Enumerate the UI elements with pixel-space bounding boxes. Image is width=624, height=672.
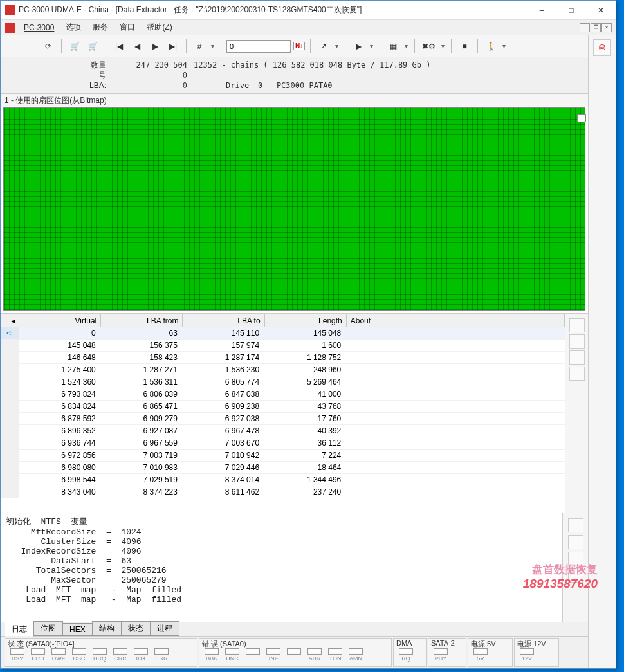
sidebar-disk-icon[interactable]: ⛁ (593, 39, 611, 56)
mdi-restore-button[interactable]: ❐ (591, 23, 601, 32)
col-lba-from[interactable]: LBA from (101, 314, 183, 327)
grid-side-tools (565, 314, 588, 513)
tab-hex[interactable]: HEX (62, 623, 93, 636)
log-tool-delete-icon[interactable] (568, 552, 583, 566)
tool-settings-icon[interactable]: ✖⚙ (420, 39, 437, 54)
menu-app-icon (5, 23, 15, 33)
col-virtual[interactable]: Virtual (19, 314, 101, 327)
tool-person-icon[interactable]: 🚶 (483, 39, 499, 54)
tab-status[interactable]: 状态 (121, 621, 151, 636)
table-row[interactable]: 8 343 0408 374 2238 611 462237 240 (1, 486, 565, 498)
log-tool-cart-icon[interactable] (568, 568, 583, 583)
table-row[interactable]: 6 834 8246 865 4716 909 23843 768 (1, 401, 565, 413)
info-lba-value: 0 (116, 81, 187, 90)
tool-grid-icon[interactable]: # (192, 39, 207, 54)
stop-button[interactable]: ■ (457, 39, 472, 54)
menu-help[interactable]: 帮助(Z) (142, 21, 177, 34)
maximize-button[interactable]: □ (556, 1, 586, 20)
table-row[interactable]: 6 878 5926 909 2796 927 03817 760 (1, 413, 565, 425)
bitmap-title: 1 - 使用的扇区位图(从Bitmap) (1, 94, 588, 107)
tool-export-icon[interactable]: ↗ (316, 39, 331, 54)
grid-tool-1-icon[interactable] (569, 318, 585, 332)
menu-brand[interactable]: PC-3000 (19, 22, 59, 33)
info-chains: 12352 - chains ( 126 582 018 048 Byte / … (187, 60, 430, 69)
close-button[interactable]: ✕ (586, 1, 616, 20)
info-panel: 数量 247 230 504 12352 - chains ( 126 582 … (1, 57, 588, 94)
status-group-12v: 电源 12V 12V (514, 638, 559, 667)
toolbar-input[interactable] (226, 40, 291, 53)
status-led: BSY (8, 648, 27, 666)
tool-refresh-icon[interactable]: ⟳ (41, 39, 56, 54)
grid-tool-2-icon[interactable] (569, 334, 585, 349)
status-led: BBK (202, 648, 221, 666)
status-group-sata2: SATA-2 PHY (428, 638, 466, 667)
log-side-tools (562, 513, 588, 622)
right-sidebar: ⛁ (589, 35, 616, 668)
nav-next-icon[interactable]: ▶ (147, 39, 163, 54)
status-led: 12V (517, 648, 537, 666)
nav-first-icon[interactable]: |◀ (111, 39, 127, 54)
table-row[interactable]: 1 524 3601 536 3116 805 7745 269 464 (1, 376, 565, 388)
col-lba-to[interactable]: LBA to (183, 314, 264, 327)
tab-log[interactable]: 日志 (5, 622, 34, 637)
status-led (284, 648, 304, 666)
status-led: UNC (223, 648, 242, 666)
window-title: PC-3000 UDMA-E - China - [Data Extractor… (19, 5, 527, 15)
menu-bar: PC-3000 选项 服务 窗口 帮助(Z) _ ❐ × (1, 20, 616, 35)
tool-matrix-icon[interactable]: ▦ (385, 39, 401, 54)
menu-service[interactable]: 服务 (87, 21, 113, 34)
info-qty-value: 247 230 504 (116, 60, 187, 69)
col-about[interactable]: About (346, 314, 564, 327)
table-row[interactable]: 6 998 5447 029 5198 374 0141 344 496 (1, 474, 565, 486)
status-led: INF (264, 648, 283, 666)
table-row[interactable]: 6 793 8246 806 0396 847 03841 000 (1, 388, 565, 401)
tab-bitmap[interactable]: 位图 (33, 621, 63, 636)
log-output[interactable]: 初始化 NTFS 变量 MftRecordSize = 1024 Cluster… (1, 513, 562, 622)
tool-cart-out-icon[interactable]: 🛒 (85, 39, 100, 54)
log-tool-share-icon[interactable] (568, 518, 583, 532)
status-group-error: 错 误 (SATA0) BBKUNCINFABRTONAMN (199, 638, 392, 667)
play-button[interactable]: ▶ (351, 39, 366, 54)
tab-struct[interactable]: 结构 (92, 621, 122, 636)
info-lba-label: LBA: (52, 81, 116, 90)
col-length[interactable]: Length (264, 314, 346, 327)
mdi-close-button[interactable]: × (601, 23, 612, 32)
col-marker[interactable]: ◂ (1, 314, 19, 327)
sector-bitmap[interactable] (3, 107, 585, 311)
table-row[interactable]: 1 275 4001 287 2711 536 230248 960 (1, 364, 565, 376)
status-led: 5V (471, 648, 490, 666)
nav-last-icon[interactable]: ▶| (165, 39, 181, 54)
status-error-title: 错 误 (SATA0) (202, 639, 389, 648)
menu-options[interactable]: 选项 (60, 21, 86, 34)
table-row[interactable]: 6 936 7446 967 5597 003 67036 112 (1, 437, 565, 450)
chains-table-container[interactable]: ◂ Virtual LBA from LBA to Length About ➪… (1, 314, 565, 513)
status-led: DRD (28, 648, 48, 666)
table-row[interactable]: ➪063145 110145 048 (1, 327, 565, 340)
chains-table: ◂ Virtual LBA from LBA to Length About ➪… (1, 314, 565, 498)
table-row[interactable]: 6 980 0807 010 9837 029 44618 464 (1, 462, 565, 474)
menu-window[interactable]: 窗口 (115, 21, 140, 34)
status-led: CRR (111, 648, 130, 666)
table-row[interactable]: 146 648158 4231 287 1741 128 752 (1, 352, 565, 364)
status-led: AMN (346, 648, 365, 666)
table-row[interactable]: 145 048156 375157 9741 600 (1, 340, 565, 352)
mdi-minimize-button[interactable]: _ (580, 23, 590, 32)
minimize-button[interactable]: – (527, 1, 556, 20)
status-led: ERR (152, 648, 171, 666)
status-led: TON (326, 648, 345, 666)
status-led (243, 648, 262, 666)
tab-process[interactable]: 进程 (150, 621, 179, 636)
status-group-state: 状 态 (SATA0)-[PIO4] BSYDRDDWFDSCDRQCRRIDX… (5, 638, 197, 667)
nav-prev-icon[interactable]: ◀ (129, 39, 145, 54)
bottom-tab-bar: 日志 位图 HEX 结构 状态 进程 (1, 622, 588, 636)
app-icon (5, 5, 15, 15)
status-group-dma: DMA RQ (393, 638, 427, 667)
grid-tool-4-icon[interactable] (569, 367, 585, 381)
table-row[interactable]: 6 972 8567 003 7197 010 9427 224 (1, 450, 565, 462)
log-tool-save-icon[interactable] (568, 535, 583, 549)
info-seq-label: 号 (52, 70, 116, 81)
status-led: RQ (396, 648, 416, 666)
tool-cart-in-icon[interactable]: 🛒 (67, 39, 82, 54)
grid-tool-3-icon[interactable] (569, 350, 585, 365)
table-row[interactable]: 6 896 3526 927 0876 967 47840 392 (1, 425, 565, 437)
